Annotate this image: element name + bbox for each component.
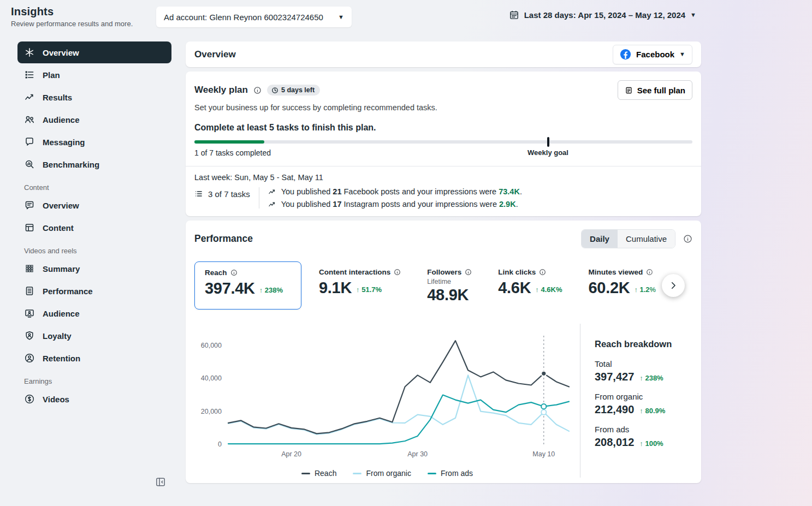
platform-dropdown[interactable]: Facebook ▼ xyxy=(613,45,692,64)
info-icon[interactable] xyxy=(253,86,262,94)
audience-icon xyxy=(24,114,35,125)
increase-arrow-icon: ↑ xyxy=(639,407,643,415)
breakdown-title: Reach breakdown xyxy=(595,339,692,349)
metric-change: ↑ 238% xyxy=(259,286,283,296)
sidebar-section-earnings: Earnings xyxy=(24,377,171,385)
collapse-sidebar-button[interactable] xyxy=(155,476,167,488)
days-left-badge: 5 days left xyxy=(267,85,320,96)
sidebar-item-label: Overview xyxy=(43,201,79,210)
calendar-icon xyxy=(509,10,519,20)
highlight-text: You published 17 Instagram posts and you… xyxy=(281,200,518,209)
legend-item-from-ads: From ads xyxy=(428,469,473,478)
weekly-goal-marker xyxy=(547,137,549,147)
plan-list-icon xyxy=(625,86,633,94)
content-table-icon xyxy=(24,222,35,233)
svg-text:Apr 20: Apr 20 xyxy=(281,450,301,458)
metric-value: 48.9K xyxy=(427,287,469,303)
sidebar-item-performance[interactable]: Performance xyxy=(17,280,171,302)
metric-label: Followers xyxy=(427,268,461,276)
insights-sidebar: Overview Plan Results Audience Messaging… xyxy=(17,41,171,410)
sidebar-item-loyalty[interactable]: Loyalty xyxy=(17,325,171,347)
info-icon[interactable] xyxy=(394,269,401,276)
sidebar-item-messaging[interactable]: Messaging xyxy=(17,131,171,153)
date-range-dropdown[interactable]: Last 28 days: Apr 15, 2024 – May 12, 202… xyxy=(509,10,696,20)
increase-arrow-icon: ↑ xyxy=(639,374,643,382)
breakdown-label: From ads xyxy=(595,425,692,434)
see-full-plan-button[interactable]: See full plan xyxy=(618,80,692,100)
metric-value: 9.1K xyxy=(319,279,352,296)
checklist-icon xyxy=(194,189,203,198)
messaging-icon xyxy=(24,136,35,147)
info-icon[interactable] xyxy=(683,234,692,243)
increase-arrow-icon: ↑ xyxy=(639,439,643,448)
sidebar-item-benchmarking[interactable]: Benchmarking xyxy=(17,153,171,175)
sidebar-item-label: Content xyxy=(43,223,74,233)
legend-label: From ads xyxy=(441,469,473,478)
metric-card-content-interactions[interactable]: Content interactions 9.1K ↑ 51.7% xyxy=(310,261,410,309)
sidebar-item-label: Plan xyxy=(43,70,60,80)
weekly-plan-title: Weekly plan xyxy=(194,85,248,96)
performance-doc-icon xyxy=(24,285,35,296)
sidebar-item-summary[interactable]: Summary xyxy=(17,258,171,279)
ad-account-dropdown[interactable]: Ad account: Glenn Reynon 6002324724650 ▼ xyxy=(156,7,352,27)
last-week-label: Last week: Sun, May 5 - Sat, May 11 xyxy=(194,173,692,182)
benchmarking-icon xyxy=(24,159,35,170)
breakdown-row-from-organic: From organic 212,490 ↑ 80.9% xyxy=(595,392,692,416)
metric-sublabel: Lifetime xyxy=(427,278,472,285)
info-icon[interactable] xyxy=(230,269,238,276)
breakdown-label: From organic xyxy=(595,392,692,401)
sidebar-item-plan[interactable]: Plan xyxy=(17,64,171,86)
breakdown-value: 212,490 xyxy=(595,403,634,416)
days-left-label: 5 days left xyxy=(281,86,315,94)
trend-icon xyxy=(268,200,276,209)
weekly-plan-card: Weekly plan 5 days left See full plan xyxy=(186,72,701,216)
increase-arrow-icon: ↑ xyxy=(356,285,360,294)
metric-label: Link clicks xyxy=(498,268,536,276)
breakdown-change: ↑ 238% xyxy=(639,374,663,382)
chart-legend: Reach From organic From ads xyxy=(194,469,580,478)
metric-card-link-clicks[interactable]: Link clicks 4.6K ↑ 4.6K% xyxy=(489,261,571,309)
toggle-daily[interactable]: Daily xyxy=(582,230,618,248)
sidebar-item-content[interactable]: Content xyxy=(17,217,171,239)
weekly-progress-fill xyxy=(194,140,264,144)
metric-card-reach[interactable]: Reach 397.4K ↑ 238% xyxy=(194,261,301,309)
page-title-block: Insights Review performance results and … xyxy=(11,5,156,28)
info-icon[interactable] xyxy=(465,269,472,276)
metric-change: ↑ 1.2% xyxy=(634,285,656,296)
sidebar-item-content-overview[interactable]: Overview xyxy=(17,194,171,216)
sidebar-item-label: Benchmarking xyxy=(43,160,99,169)
ad-account-label: Ad account: Glenn Reynon 6002324724650 xyxy=(164,13,323,22)
highlight-text: You published 21 Facebook posts and your… xyxy=(281,187,522,196)
legend-label: From organic xyxy=(366,469,411,478)
toggle-cumulative[interactable]: Cumulative xyxy=(618,230,675,248)
breakdown-label: Total xyxy=(595,359,692,368)
sidebar-item-retention[interactable]: Retention xyxy=(17,347,171,369)
summary-grid-icon xyxy=(24,263,35,274)
sidebar-item-videos-earnings[interactable]: Videos xyxy=(17,388,171,410)
sidebar-item-audience[interactable]: Audience xyxy=(17,109,171,130)
sidebar-item-label: Summary xyxy=(43,264,80,273)
performance-title: Performance xyxy=(194,233,253,245)
info-icon[interactable] xyxy=(539,269,546,276)
svg-text:0: 0 xyxy=(218,440,222,448)
weekly-goal-label: Weekly goal xyxy=(527,148,568,157)
sidebar-item-label: Messaging xyxy=(43,138,85,147)
info-icon[interactable] xyxy=(646,269,653,276)
svg-text:20,000: 20,000 xyxy=(201,408,222,415)
performance-chart[interactable]: 020,00040,00060,000Apr 20Apr 30May 10 xyxy=(194,324,577,463)
sidebar-item-results[interactable]: Results xyxy=(17,86,171,108)
sidebar-section-videos-reels: Videos and reels xyxy=(24,247,171,255)
sidebar-section-content: Content xyxy=(24,183,171,192)
metric-change: ↑ 51.7% xyxy=(356,285,382,296)
metric-card-minutes-viewed[interactable]: Minutes viewed 60.2K ↑ 1.2% xyxy=(580,261,665,309)
weekly-progress-bar xyxy=(194,140,692,144)
next-metrics-button[interactable] xyxy=(662,274,685,297)
sidebar-item-label: Loyalty xyxy=(43,331,72,341)
sidebar-item-overview[interactable]: Overview xyxy=(17,41,171,63)
weekly-goal-heading: Complete at least 5 tasks to finish this… xyxy=(194,123,692,133)
overview-header-card: Overview Facebook ▼ xyxy=(186,41,701,67)
dollar-circle-icon xyxy=(24,394,35,404)
reach-breakdown-panel: Reach breakdown Total 397,427 ↑ 238% Fro… xyxy=(580,324,692,478)
sidebar-item-videos-audience[interactable]: Audience xyxy=(17,302,171,324)
metric-card-followers[interactable]: Followers Lifetime 48.9K xyxy=(418,261,481,309)
